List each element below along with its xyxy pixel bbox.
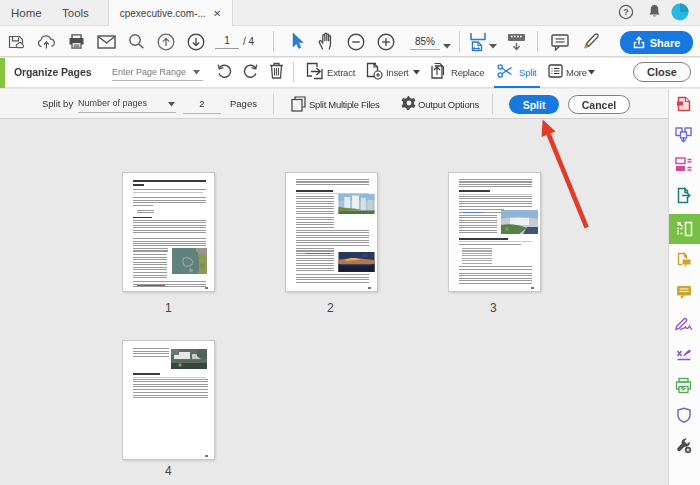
svg-text:?: ? <box>623 7 629 17</box>
